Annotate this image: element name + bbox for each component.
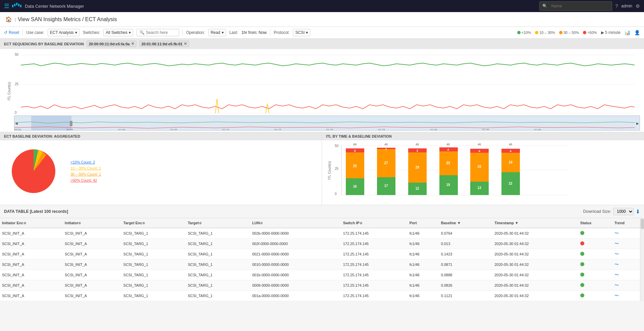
person-icon[interactable]: 👤 xyxy=(634,30,640,35)
switches-label: Switches: xyxy=(83,30,100,35)
cell-init-enc: SCSI_INIT_A xyxy=(0,291,63,301)
switches-dropdown[interactable]: All Switches ▾ xyxy=(103,29,133,36)
svg-text:28: 28 xyxy=(477,165,481,169)
cell-lun: 002f-0000-0000-0000 xyxy=(250,239,341,249)
download-label: Download Size: xyxy=(583,209,611,214)
table-row: SCSI_INIT_A SCSI_INIT_A SCSI_TARG_1 SCSI… xyxy=(0,259,644,270)
cisco-logo: ☰ xyxy=(4,2,22,10)
search-input[interactable] xyxy=(146,30,176,35)
legend-gt50-link[interactable]: >50% Count: 42 xyxy=(70,178,101,182)
svg-text:46: 46 xyxy=(353,143,357,146)
cell-port: fc1/46 xyxy=(408,270,439,280)
operation-dropdown[interactable]: Read ▾ xyxy=(208,29,226,36)
sort-icon-5: ⊕ xyxy=(260,221,263,225)
svg-text:19: 19 xyxy=(508,160,513,164)
cell-switch-ip: 172.25.174.145 xyxy=(341,239,408,249)
cell-baseline: 0.013 xyxy=(439,239,492,249)
main-chart-area: ITL Count(s) 50 25 0 xyxy=(0,49,644,132)
bar-group-6: 46 22 19 4 01:42:00 ... xyxy=(501,143,520,197)
mini-chart[interactable]: 00:50 00:55 01:00 01:05 01:10 01:15 01:2… xyxy=(14,115,640,131)
col-target-enc[interactable]: Target Enc⊕ xyxy=(121,218,186,228)
svg-text:22: 22 xyxy=(508,182,513,185)
cell-trend: 〜 xyxy=(612,249,644,259)
reset-button[interactable]: ↺ Reset xyxy=(4,30,19,35)
scrollbar-thumb[interactable] xyxy=(641,219,644,229)
cell-target: SCSI_TARG_1 xyxy=(186,228,250,239)
filter-tag-2[interactable]: 20:01:00:11:0d:e5:fb:01 ✕ xyxy=(139,41,189,47)
col-switch-ip[interactable]: Switch IP⊕ xyxy=(341,218,408,228)
cell-targ-enc: SCSI_TARG_1 xyxy=(121,270,186,280)
col-initiator[interactable]: Initiator⊕ xyxy=(63,218,121,228)
col-baseline[interactable]: Baseline ▼ xyxy=(439,218,492,228)
svg-text:25: 25 xyxy=(335,167,339,171)
data-table: Initiator Enc⊕ Initiator⊕ Target Enc⊕ Ta… xyxy=(0,218,644,301)
home-icon[interactable]: 🏠 xyxy=(5,16,12,22)
cell-targ-enc: SCSI_TARG_1 xyxy=(121,291,186,301)
chart-icon[interactable]: 📊 xyxy=(625,30,630,35)
filter-tag-2-close[interactable]: ✕ xyxy=(184,42,187,46)
main-chart-svg: 50 25 0 00:50 00:52 xyxy=(14,52,640,114)
cell-initiator: SCSI_INIT_A xyxy=(63,239,121,249)
svg-text:00:55: 00:55 xyxy=(66,128,73,131)
cell-status xyxy=(578,270,612,280)
bar-group-4: 46 19 23 4 01:18:00 ... xyxy=(439,143,458,197)
svg-text:01:25: 01:25 xyxy=(378,128,385,131)
legend-30-50-link[interactable]: 30 – 50% Count: 1 xyxy=(70,172,101,176)
svg-rect-1 xyxy=(14,4,15,6)
cell-switch-ip: 172.25.174.145 xyxy=(341,270,408,280)
menu-icon[interactable]: ☰ xyxy=(4,2,9,10)
use-case-dropdown[interactable]: ECT Analysis ▾ xyxy=(48,29,79,36)
scrollbar[interactable] xyxy=(640,218,644,301)
settings-icon[interactable]: ⚙ xyxy=(636,3,640,9)
cell-init-enc: SCSI_INIT_A xyxy=(0,259,63,270)
cell-init-enc: SCSI_INIT_A xyxy=(0,239,63,249)
scroll-right-icon[interactable]: ▶ xyxy=(636,121,639,125)
cell-switch-ip: 172.25.174.145 xyxy=(341,228,408,239)
scroll-left-icon[interactable]: ◀ xyxy=(15,121,18,125)
nav-search-container[interactable]: 🔍 xyxy=(539,1,612,11)
col-status[interactable]: Status xyxy=(578,218,612,228)
itl-chart-svg: 50 25 0 46 16 xyxy=(334,143,641,197)
search-box[interactable]: 🔍 xyxy=(137,29,179,36)
col-lun[interactable]: LUN⊕ xyxy=(250,218,341,228)
cell-trend: 〜 xyxy=(612,259,644,270)
time-interval-button[interactable]: ▶ 5 minute xyxy=(601,30,621,35)
cell-initiator: SCSI_INIT_A xyxy=(63,259,121,270)
status-dot xyxy=(580,293,584,297)
legend-dot-yellow xyxy=(535,31,538,34)
nav-search-input[interactable] xyxy=(549,3,609,9)
legend-dot-orange xyxy=(559,31,562,34)
svg-text:25: 25 xyxy=(353,164,357,168)
cell-timestamp: 2020-05-30 01:44:32 xyxy=(492,259,578,270)
sort-icon-4: ⊕ xyxy=(199,221,202,225)
filter-tag-1-close[interactable]: ✕ xyxy=(131,42,134,46)
help-icon[interactable]: ? xyxy=(615,3,618,9)
trend-icon: 〜 xyxy=(614,283,619,288)
pie-legend: <10% Count: 2 10 – 30% Count: 1 30 – 50%… xyxy=(70,160,101,182)
cell-status xyxy=(578,249,612,259)
cell-timestamp: 2020-05-30 01:44:32 xyxy=(492,280,578,291)
col-timestamp[interactable]: Timestamp ▼ xyxy=(492,218,578,228)
itl-y-axis: ITL Count(s) xyxy=(325,143,334,198)
cell-lun: 0021-0000-0000-0000 xyxy=(250,249,341,259)
reset-icon: ↺ xyxy=(4,30,7,35)
protocol-dropdown[interactable]: SCSI ▾ xyxy=(293,29,310,36)
filter-tag-1[interactable]: 20:00:00:11:0d:e5:fa:0a ✕ xyxy=(87,41,137,47)
col-port[interactable]: Port xyxy=(408,218,439,228)
svg-text:25: 25 xyxy=(15,82,19,86)
legend-10-30-link[interactable]: 10 – 30% Count: 1 xyxy=(70,166,101,170)
legend-lt10-link[interactable]: <10% Count: 2 xyxy=(70,160,101,164)
svg-text:17: 17 xyxy=(384,184,388,188)
operation-label: Operation: xyxy=(186,30,205,35)
cell-target: SCSI_TARG_1 xyxy=(186,259,250,270)
nav-right: 🔍 ? admin ⚙ xyxy=(539,1,640,11)
status-dot xyxy=(580,273,584,277)
itl-y-label: ITL Count(s) xyxy=(328,161,331,180)
col-target[interactable]: Target⊕ xyxy=(186,218,250,228)
table-body: SCSI_INIT_A SCSI_INIT_A SCSI_TARG_1 SCSI… xyxy=(0,228,644,301)
download-size-select[interactable]: 1000 500 100 xyxy=(613,208,634,215)
col-initiator-enc[interactable]: Initiator Enc⊕ xyxy=(0,218,63,228)
use-case-value: ECT Analysis xyxy=(50,30,74,35)
download-button[interactable]: ⬇ xyxy=(636,208,640,215)
svg-text:50: 50 xyxy=(15,53,19,56)
